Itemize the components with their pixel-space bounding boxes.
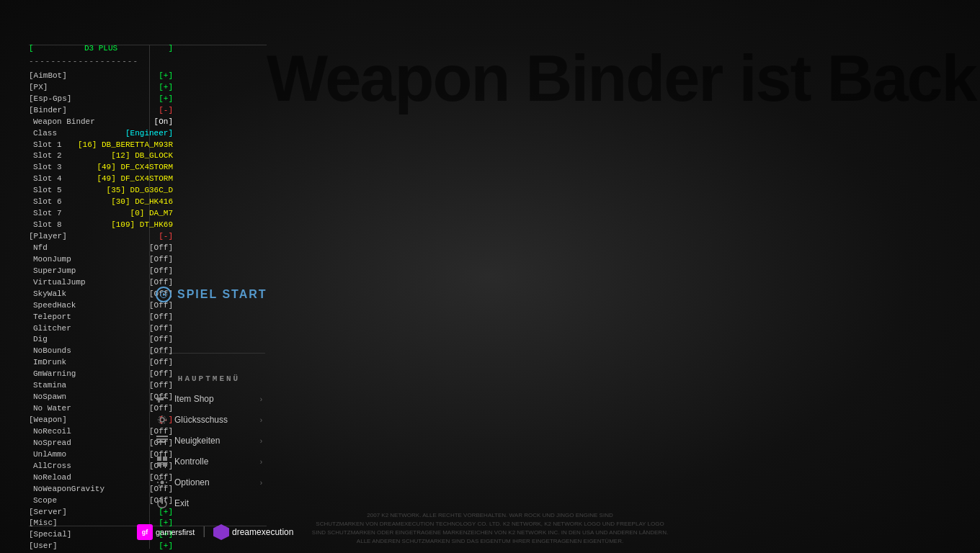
menu-item-left: Item Shop — [156, 392, 214, 405]
item-label: Slot 5 — [29, 185, 62, 197]
menu-item-exit[interactable]: Exit — [151, 493, 267, 513]
list-item[interactable]: [AimBot] [+] — [29, 71, 173, 82]
gun-icon — [156, 392, 169, 405]
dream-text: dreamexecution — [232, 527, 293, 537]
item-label: [Binder] — [29, 105, 67, 117]
item-label: GmWarning — [29, 369, 76, 380]
item-label: [AimBot] — [29, 71, 67, 82]
item-label: Slot 6 — [29, 197, 62, 208]
bottom-logos: gf gamersfirst | dreamexecution — [137, 524, 293, 540]
item-label: AllCross — [29, 461, 71, 472]
list-item[interactable]: Nfd[Off] — [29, 243, 173, 254]
item-value: [Off] — [149, 323, 173, 335]
spiel-start-label: SPIEL START — [177, 288, 267, 301]
list-item[interactable]: VirtualJump[Off] — [29, 277, 173, 289]
list-item[interactable]: Dig[Off] — [29, 334, 173, 346]
item-value: [49] DF_CX4STORM — [97, 162, 173, 174]
item-label: ImDrunk — [29, 357, 66, 369]
svg-rect-11 — [157, 457, 161, 461]
spiel-start-button[interactable]: SPIEL START — [156, 287, 267, 302]
item-label: Slot 2 — [29, 150, 62, 162]
list-item[interactable]: ImDrunk[Off] — [29, 357, 173, 369]
play-icon — [156, 287, 172, 302]
list-item[interactable]: Slot 2 [12] DB_GLOCK — [29, 150, 173, 162]
item-label: Glitcher — [29, 323, 71, 335]
menu-item-left: Kontrolle — [156, 455, 208, 468]
list-item[interactable]: [Esp-Gps] [+] — [29, 94, 173, 105]
item-value: [Off] — [149, 312, 173, 323]
item-value: [+] — [159, 94, 173, 105]
list-item[interactable]: SuperJump[Off] — [29, 266, 173, 277]
item-label: Weapon Binder — [29, 117, 95, 128]
list-item[interactable]: [PX] [+] — [29, 82, 173, 94]
bracket-open: [ — [29, 43, 34, 55]
chevron-right-icon: › — [260, 395, 262, 403]
dream-execution-logo: dreamexecution — [213, 524, 293, 540]
svg-point-6 — [160, 418, 164, 422]
menu-item-gluecksschuss[interactable]: Glücksschuss › — [151, 410, 267, 430]
gamersfirst-logo: gf gamersfirst — [137, 524, 195, 540]
menu-item-itemshop[interactable]: Item Shop › — [151, 389, 267, 409]
menu-item-left: Exit — [156, 497, 189, 510]
svg-marker-1 — [163, 293, 166, 296]
item-label: [Misc] — [29, 518, 58, 529]
item-value: [Off] — [149, 357, 173, 369]
svg-rect-10 — [156, 441, 165, 443]
item-value: [35] DD_G36C_D — [107, 185, 173, 197]
item-label: SpeedHack — [29, 300, 76, 312]
item-label: [Special] — [29, 529, 71, 541]
list-item[interactable]: Slot 3 [49] DF_CX4STORM — [29, 162, 173, 174]
item-label: Exit — [174, 498, 189, 508]
logo-separator: | — [200, 526, 208, 539]
svg-rect-8 — [156, 436, 168, 437]
menu-item-kontrolle[interactable]: Kontrolle › — [151, 451, 267, 472]
list-item[interactable]: Slot 5 [35] DD_G36C_D — [29, 185, 173, 197]
menu-item-optionen[interactable]: Optionen › — [151, 472, 267, 493]
list-item[interactable]: [Player] [-] — [29, 231, 173, 243]
list-item[interactable]: Slot 6 [30] DC_HK416 — [29, 197, 173, 208]
item-value: [Off] — [149, 346, 173, 357]
item-value: [Off] — [149, 243, 173, 254]
svg-rect-2 — [156, 397, 164, 400]
chevron-right-icon: › — [260, 479, 262, 487]
item-label: Dig — [29, 334, 48, 346]
list-item[interactable]: SkyWalk[Off] — [29, 289, 173, 300]
list-item[interactable]: [User] [+] — [29, 541, 173, 552]
gear-icon — [156, 413, 169, 426]
item-value: [+] — [159, 71, 173, 82]
list-item[interactable]: Slot 1 [16] DB_BERETTA_M93R — [29, 140, 173, 151]
svg-rect-3 — [164, 397, 166, 398]
list-item[interactable]: SpeedHack[Off] — [29, 300, 173, 312]
menu-item-left: Glücksschuss — [156, 413, 228, 426]
item-label: Optionen — [174, 477, 210, 487]
svg-point-15 — [161, 481, 164, 485]
list-item[interactable]: Slot 4 [49] DF_CX4STORM — [29, 174, 173, 185]
item-label: Class — [29, 128, 57, 140]
item-label: UnlAmmo — [29, 449, 66, 461]
item-label: NoReload — [29, 472, 71, 484]
menu-item-left: Neuigkeiten — [156, 434, 220, 447]
item-label: NoBounds — [29, 346, 71, 357]
list-item[interactable]: Slot 7 [0] DA_M7 — [29, 208, 173, 220]
chevron-right-icon: › — [260, 458, 262, 466]
hauptmenu-panel: HAUPTMENÜ Item Shop › — [151, 374, 267, 514]
item-value: [0] DA_M7 — [130, 208, 173, 220]
list-item[interactable]: NoBounds[Off] — [29, 346, 173, 357]
list-item[interactable]: MoonJump[Off] — [29, 254, 173, 266]
list-item[interactable]: [Binder] [-] — [29, 105, 173, 117]
list-item[interactable]: Glitcher[Off] — [29, 323, 173, 335]
item-value: [Off] — [149, 254, 173, 266]
item-label: VirtualJump — [29, 277, 86, 289]
list-item[interactable]: Slot 8 [109] DT_HK69 — [29, 220, 173, 231]
item-value: [+] — [159, 541, 173, 552]
list-item[interactable]: Teleport[Off] — [29, 312, 173, 323]
item-value: [49] DF_CX4STORM — [97, 174, 173, 185]
gamersfirst-text: gamersfirst — [156, 528, 195, 536]
item-label: Stamina — [29, 380, 66, 392]
list-item[interactable]: Class [Engineer] — [29, 128, 173, 140]
menu-item-neuigkeiten[interactable]: Neuigkeiten › — [151, 431, 267, 451]
item-label: NoRecoil — [29, 426, 71, 438]
item-label: Slot 8 — [29, 220, 62, 231]
item-label: Kontrolle — [174, 457, 208, 467]
list-item[interactable]: Weapon Binder [On] — [29, 117, 173, 128]
